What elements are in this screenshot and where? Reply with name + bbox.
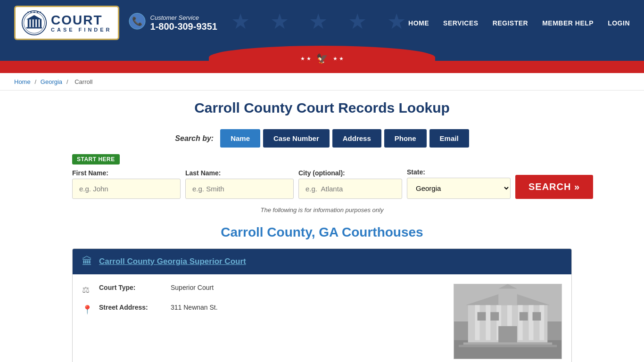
svg-text:📞: 📞 <box>132 16 143 26</box>
svg-rect-22 <box>529 305 534 340</box>
search-button[interactable]: SEARCH » <box>515 175 593 199</box>
last-name-group: Last Name: <box>185 169 294 199</box>
breadcrumb-sep1: / <box>35 78 38 85</box>
first-name-label: First Name: <box>72 169 181 177</box>
svg-rect-5 <box>34 19 36 27</box>
svg-rect-24 <box>498 326 517 343</box>
court-type-value: Superior Court <box>171 284 214 291</box>
breadcrumb-georgia[interactable]: Georgia <box>41 78 62 85</box>
courthouse-info: ⚖ Court Type: Superior Court 📍 Street Ad… <box>82 284 444 359</box>
search-by-row: Search by: Name Case Number Address Phon… <box>72 129 572 148</box>
location-icon: 📍 <box>82 304 93 315</box>
nav-login[interactable]: LOGIN <box>608 19 630 27</box>
header-main: ★ ★ ★ ★ ★ COURT CASE FINDER <box>0 0 644 46</box>
svg-text:★ ★ ★ ★ ★: ★ ★ ★ ★ ★ <box>27 11 41 14</box>
search-by-label: Search by: <box>175 134 214 143</box>
svg-rect-7 <box>40 19 41 27</box>
page-title: Carroll County Court Records Lookup <box>72 100 572 116</box>
svg-rect-9 <box>26 27 42 29</box>
phone-text: Customer Service 1-800-309-9351 <box>150 14 217 32</box>
courthouse-building-svg <box>454 284 561 359</box>
last-name-input[interactable] <box>185 179 294 199</box>
svg-rect-3 <box>28 19 30 27</box>
svg-rect-30 <box>459 345 557 347</box>
svg-rect-28 <box>533 312 541 321</box>
courthouse-name-link[interactable]: Carroll County Georgia Superior Court <box>99 257 246 266</box>
header-wave-area: ★ ★ 🦅 ★ ★ <box>0 46 644 69</box>
tab-phone[interactable]: Phone <box>384 129 427 148</box>
address-value: 311 Newnan St. <box>171 304 218 311</box>
header-left: ★ ★ ★ ★ ★ COURT CASE FINDER <box>14 6 217 40</box>
wave-stars-right: ★ ★ <box>333 56 344 62</box>
svg-rect-31 <box>498 289 517 305</box>
svg-rect-26 <box>490 312 499 321</box>
svg-rect-25 <box>478 312 486 321</box>
info-note: The following is for information purpose… <box>72 206 572 214</box>
breadcrumb: Home / Georgia / Carroll <box>0 73 644 90</box>
logo-text: COURT CASE FINDER <box>51 14 112 33</box>
breadcrumb-home[interactable]: Home <box>14 78 31 85</box>
breadcrumb-current: Carroll <box>74 78 92 85</box>
logo-case-finder-label: CASE FINDER <box>51 27 112 33</box>
search-form-area: START HERE First Name: Last Name: City (… <box>72 154 572 199</box>
state-select[interactable]: Georgia Alabama Florida <box>407 178 511 199</box>
logo-emblem-icon: ★ ★ ★ ★ ★ <box>21 10 47 36</box>
svg-rect-6 <box>37 19 39 27</box>
address-label: Street Address: <box>99 304 165 311</box>
svg-marker-8 <box>26 15 42 19</box>
phone-section: 📞 Customer Service 1-800-309-9351 <box>129 13 217 33</box>
nav-member-help[interactable]: MEMBER HELP <box>542 19 594 27</box>
svg-rect-17 <box>475 305 480 340</box>
phone-icon: 📞 <box>129 13 146 33</box>
last-name-label: Last Name: <box>185 169 294 177</box>
start-here-badge: START HERE <box>72 154 120 165</box>
phone-label: Customer Service <box>150 14 217 21</box>
tab-email[interactable]: Email <box>429 129 469 148</box>
logo-court-label: COURT <box>51 14 103 27</box>
wave-arc: ★ ★ 🦅 ★ ★ <box>209 46 435 69</box>
tab-address[interactable]: Address <box>332 129 381 148</box>
search-form-row: First Name: Last Name: City (optional): … <box>72 168 572 199</box>
courthouse-card: 🏛 Carroll County Georgia Superior Court … <box>72 248 572 362</box>
courthouse-image <box>454 284 562 359</box>
nav-services[interactable]: SERVICES <box>443 19 479 27</box>
red-bottom-bar <box>0 69 644 73</box>
courthouses-title: Carroll County, GA Courthouses <box>72 225 572 240</box>
stars-icon: ★ ★ ★ ★ ★ <box>231 9 413 34</box>
state-label: State: <box>407 168 511 176</box>
address-row: 📍 Street Address: 311 Newnan St. <box>82 304 444 315</box>
phone-number: 1-800-309-9351 <box>150 21 217 32</box>
wave-stars-left: ★ ★ <box>300 56 311 62</box>
court-type-icon: ⚖ <box>82 285 93 295</box>
city-input[interactable] <box>298 179 402 199</box>
main-nav: HOME SERVICES REGISTER MEMBER HELP LOGIN <box>408 19 630 27</box>
svg-rect-18 <box>486 305 490 340</box>
first-name-group: First Name: <box>72 169 181 199</box>
nav-register[interactable]: REGISTER <box>493 19 528 27</box>
court-type-row: ⚖ Court Type: Superior Court <box>82 284 444 295</box>
courthouse-building-icon: 🏛 <box>82 255 92 268</box>
main-content: Carroll County Court Records Lookup Sear… <box>63 90 581 362</box>
city-label: City (optional): <box>298 169 402 177</box>
eagle-icon: 🦅 <box>316 53 328 64</box>
svg-rect-23 <box>539 305 544 340</box>
breadcrumb-sep2: / <box>66 78 70 85</box>
header-stars-decoration: ★ ★ ★ ★ ★ <box>231 0 413 42</box>
svg-rect-21 <box>518 305 523 340</box>
svg-rect-27 <box>520 312 528 321</box>
courthouse-header: 🏛 Carroll County Georgia Superior Court <box>73 249 571 274</box>
svg-rect-4 <box>31 19 33 27</box>
court-type-label: Court Type: <box>99 284 165 291</box>
first-name-input[interactable] <box>72 179 181 199</box>
state-group: State: Georgia Alabama Florida <box>407 168 511 199</box>
site-header: ★ ★ ★ ★ ★ COURT CASE FINDER <box>0 0 644 73</box>
tab-name[interactable]: Name <box>220 129 260 148</box>
city-group: City (optional): <box>298 169 402 199</box>
tab-case-number[interactable]: Case Number <box>263 129 330 148</box>
courthouse-body: ⚖ Court Type: Superior Court 📍 Street Ad… <box>73 274 571 362</box>
site-logo[interactable]: ★ ★ ★ ★ ★ COURT CASE FINDER <box>14 6 119 40</box>
svg-rect-29 <box>463 343 552 345</box>
